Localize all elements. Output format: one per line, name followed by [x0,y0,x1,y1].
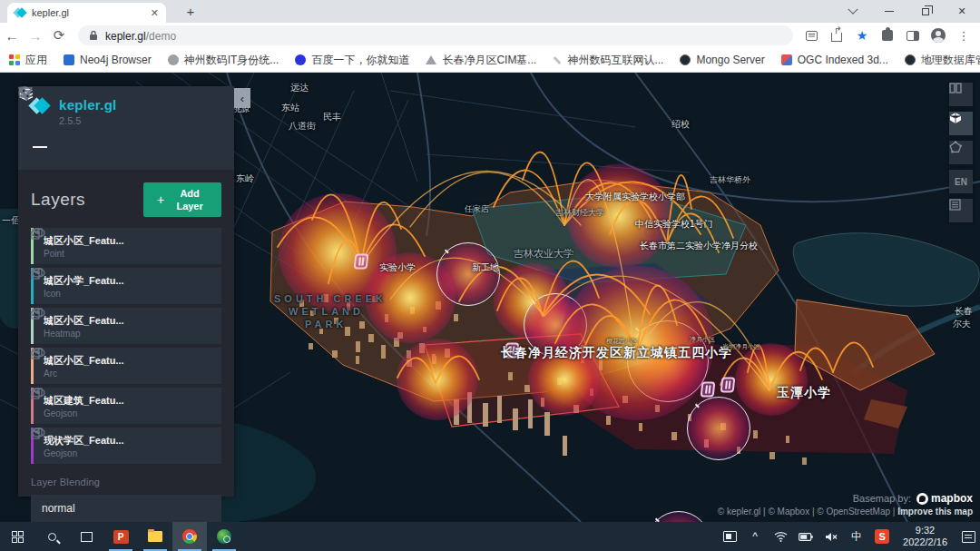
map-label: SOUTH CREEK [274,293,387,304]
extensions-icon[interactable] [877,25,898,46]
layer-row[interactable]: 城区小区_Featu...Arc [31,348,221,384]
apps-shortcut[interactable]: 应用 [9,53,47,68]
bookmark-baidu[interactable]: 百度一下，你就知道 [295,53,409,68]
layer-row[interactable]: 城区建筑_Featu...Geojson [31,388,221,424]
cube-3d-icon [949,112,962,124]
chevron-down-icon[interactable] [31,388,41,394]
map-canvas[interactable]: 远达东站民丰八道街桃源东岭绍校一佰任家店吉林华桥外大学附属实验学校小学部吉林财经… [0,73,980,522]
task-view-button[interactable] [69,522,103,551]
browser-tab[interactable]: kepler.gl ✕ [7,3,166,23]
map-label: 民丰 [323,111,341,123]
map-label: 净月小区 [690,335,715,344]
layer-row[interactable]: 城区小学_Featu...Icon [31,268,221,304]
battery-icon[interactable] [794,522,818,551]
toggle-3d-button[interactable] [949,112,973,135]
bookmark-internet-auth[interactable]: 神州数码互联网认... [553,53,663,68]
url-bar[interactable]: kepler.gl/demo [78,25,793,45]
news-widget-button[interactable] [718,522,741,551]
chevron-down-icon[interactable] [31,268,41,274]
school-icon-marker[interactable] [720,378,736,393]
ime-indicator[interactable]: 中 [845,522,868,551]
globe-icon [905,54,916,65]
map-label: 远达 [290,82,309,94]
bookmark-cim[interactable]: 长春净月区CIM基... [426,53,536,68]
tab-layers[interactable] [33,139,47,148]
gis-app-button[interactable] [207,522,241,551]
layer-blending-label: Layer Blending [31,477,221,487]
kepler-side-panel: kepler.gl 2.5.5 [18,86,234,497]
sogou-button[interactable]: S [870,522,894,551]
file-explorer-button[interactable] [138,522,172,551]
attribution-links[interactable]: © kepler.gl | © Mapbox | © OpenStreetMap… [718,507,896,517]
tab-filters[interactable] [69,139,83,148]
tab-search-icon[interactable] [835,0,871,23]
windows-taskbar: P ^ 中 S 9:322022/2/16 [0,522,980,551]
improve-map-link[interactable]: Improve this map [897,507,973,517]
start-button[interactable] [0,522,34,551]
map-label: 东岭 [236,172,254,185]
reload-icon[interactable]: ⟳ [47,27,71,44]
map-label: 长春净月经济开发区新立城镇五四小学 [501,345,732,361]
tab-basemap[interactable] [142,139,156,148]
bookmark-it-identity[interactable]: 神州数码IT身份统... [168,53,279,68]
tray-chevron-icon[interactable]: ^ [743,522,767,551]
layer-row[interactable]: 城区小区_Featu...Heatmap [31,308,221,344]
url-path: /demo [146,30,176,43]
tab-strip: kepler.gl ✕ + ✕ [0,0,980,23]
school-icon-marker[interactable] [701,382,716,398]
chevron-down-icon[interactable] [31,348,41,354]
window-close-button[interactable]: ✕ [944,0,980,23]
volume-muted-icon[interactable] [819,522,843,551]
app-version: 2.5.5 [59,115,117,126]
chevron-down-icon[interactable] [31,428,41,434]
window-restore-button[interactable] [907,0,944,23]
mapbox-icon [916,493,928,505]
tab-interactions[interactable] [105,139,120,148]
profile-avatar[interactable] [927,25,949,46]
bookmark-mongo[interactable]: Mongo Server [680,54,764,66]
task-view-icon [81,532,93,542]
bookmark-geodb[interactable]: 地理数据库管理—... [905,53,980,68]
map-label: 八道街 [289,120,316,133]
draw-polygon-button[interactable] [949,141,973,164]
windows-logo-icon [12,531,24,543]
forward-icon[interactable]: → [24,28,47,44]
split-map-button[interactable] [949,83,973,106]
share-icon[interactable] [826,25,848,46]
powerpoint-button[interactable]: P [103,522,138,551]
new-tab-button[interactable]: + [180,4,201,20]
split-map-icon [949,83,962,93]
layer-blending-select[interactable]: normal [31,495,221,522]
side-panel-icon[interactable] [902,25,924,46]
key-icon [168,54,179,65]
chrome-menu-icon[interactable]: ⋮ [953,25,975,46]
panel-collapse-button[interactable]: ‹ [234,88,250,108]
layer-row[interactable]: 现状学区_Featu...Geojson [31,428,221,464]
action-center-button[interactable] [956,522,980,551]
bookmark-star-icon[interactable]: ★ [851,25,873,46]
layer-row[interactable]: 城区小区_Featu...Point [31,228,221,264]
add-layer-button[interactable]: + Add Layer [143,182,221,217]
bookmark-ogc[interactable]: OGC Indexed 3d... [781,54,888,66]
map-label: 吉林农业大学 [514,247,573,261]
chrome-icon [182,529,197,544]
window-minimize-button[interactable] [871,0,907,23]
chevron-down-icon[interactable] [31,308,41,314]
mapbox-logo[interactable]: mapbox [916,492,973,505]
wifi-icon[interactable] [769,522,792,551]
locale-button[interactable]: EN [949,170,973,193]
chevron-down-icon[interactable] [31,228,41,234]
taskbar-clock[interactable]: 9:322022/2/16 [896,522,955,551]
map-label: 玉潭小学 [777,385,831,401]
map-label: WETLAND [289,306,364,317]
tab-close-icon[interactable]: ✕ [151,7,159,19]
map-label: 大学附属实验学校小学部 [585,191,685,203]
school-icon-marker[interactable] [354,254,369,270]
map-label: 吉林财经大学 [555,207,604,219]
translate-icon[interactable] [800,25,822,46]
search-button[interactable] [34,522,69,551]
back-icon[interactable]: ← [0,28,24,44]
chrome-button[interactable] [172,522,207,551]
bookmark-neo4j[interactable]: Neo4j Browser [64,54,152,66]
legend-button[interactable] [949,199,973,222]
